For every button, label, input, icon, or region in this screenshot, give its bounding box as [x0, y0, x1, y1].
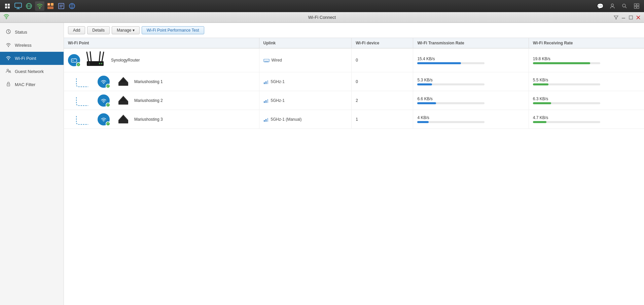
svg-rect-26 [634, 6, 636, 8]
svg-rect-0 [5, 4, 7, 6]
svg-rect-2 [5, 6, 7, 8]
svg-rect-27 [637, 6, 639, 8]
svg-point-22 [622, 4, 625, 7]
svg-rect-12 [51, 3, 53, 6]
svg-line-23 [625, 7, 627, 8]
internet-taskbar-icon[interactable] [67, 1, 77, 11]
list-taskbar-icon[interactable] [57, 1, 66, 11]
windows-icon[interactable] [632, 1, 641, 11]
svg-rect-25 [637, 4, 639, 6]
svg-rect-3 [8, 6, 10, 8]
search-icon[interactable] [620, 1, 629, 11]
svg-point-21 [611, 4, 614, 6]
svg-point-14 [48, 4, 49, 5]
monitor-taskbar-icon[interactable] [13, 1, 23, 11]
svg-rect-4 [15, 3, 22, 7]
grid-icon[interactable] [3, 1, 12, 11]
user-taskbar-icon[interactable] [46, 1, 55, 11]
svg-rect-1 [8, 4, 10, 6]
svg-rect-13 [47, 6, 53, 9]
svg-rect-24 [634, 4, 636, 6]
chat-icon[interactable]: 💬 [596, 1, 605, 11]
taskbar: 💬 [0, 0, 644, 12]
svg-point-10 [39, 8, 40, 9]
globe-taskbar-icon[interactable] [24, 1, 34, 11]
taskbar-right-area: 💬 [596, 1, 641, 11]
wifi-taskbar-icon[interactable] [35, 1, 44, 11]
user-profile-icon[interactable] [608, 1, 617, 11]
